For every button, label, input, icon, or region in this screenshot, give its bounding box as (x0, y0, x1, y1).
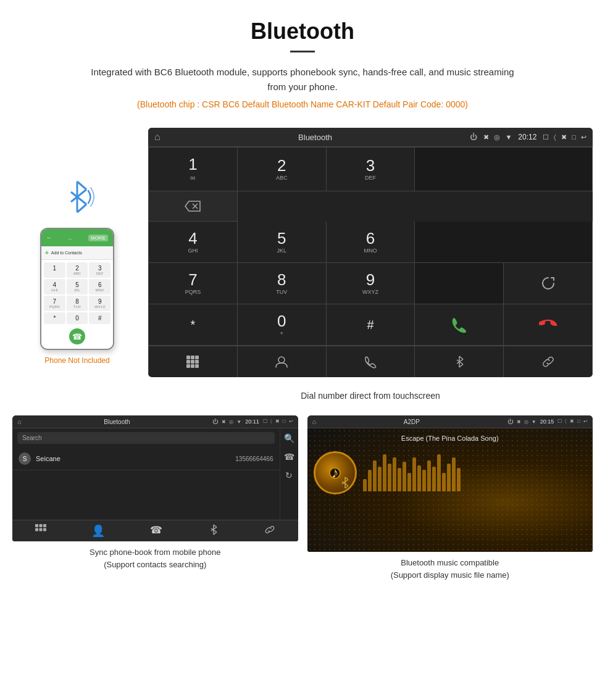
mu-close-icon[interactable]: ✖ (570, 419, 574, 425)
album-art: ♪ (314, 451, 357, 494)
add-contact-label: Add to Contacts (51, 251, 82, 255)
back-icon[interactable]: ↩ (581, 133, 586, 141)
phonebook-main: Search S Seicane 13566664466 (12, 428, 280, 520)
key-hash[interactable]: # (327, 304, 415, 346)
svg-rect-11 (191, 360, 194, 364)
close-icon[interactable]: ✖ (561, 133, 567, 141)
signal-icon: ▼ (505, 133, 512, 141)
key-7[interactable]: 7 PQRS (149, 263, 238, 304)
phone-key-6[interactable]: 6MNO (89, 279, 111, 294)
phone-key-5[interactable]: 5JKL (67, 279, 88, 294)
svg-rect-24 (43, 524, 46, 527)
music-note-icon: ♪ (332, 464, 339, 481)
mu-title: A2DP (320, 419, 504, 425)
pb-link-icon[interactable] (264, 524, 275, 538)
key-0[interactable]: 0 + (238, 304, 327, 346)
mu-home-icon[interactable]: ⌂ (312, 418, 317, 425)
key-1[interactable]: 1 ∞ (149, 148, 238, 191)
phonebook-search-bar[interactable]: Search (17, 432, 275, 444)
pb-back-icon[interactable]: ↩ (289, 419, 293, 425)
refresh-side-icon[interactable]: ↻ (285, 470, 293, 480)
link-bottom-icon[interactable] (504, 346, 593, 377)
visualizer-bar (373, 460, 377, 491)
phone-key-1[interactable]: 1 (44, 262, 65, 278)
delete-key[interactable] (149, 191, 238, 222)
key-empty-1 (415, 148, 593, 191)
phone-screen-title: ... (68, 235, 72, 241)
volume-icon[interactable]: 〈 (554, 133, 556, 141)
pb-home-icon[interactable]: ⌂ (17, 418, 22, 425)
phone-key-2[interactable]: 2ABC (67, 262, 88, 278)
dial-screen-title: Bluetooth (167, 133, 464, 142)
phone-key-7[interactable]: 7PQRS (44, 296, 65, 311)
svg-rect-27 (43, 528, 46, 531)
mu-win-icon[interactable]: □ (577, 419, 580, 425)
window-icon[interactable]: □ (572, 133, 576, 141)
phone-dialpad: 1 2ABC 3DEF 4GHI 5JKL 6MNO 7PQRS 8TUV 9W… (41, 260, 113, 349)
phone-key-4[interactable]: 4GHI (44, 279, 65, 294)
pb-close-icon[interactable]: ✖ (275, 419, 280, 425)
phone-key-8[interactable]: 8TUV (67, 296, 88, 311)
svg-rect-8 (191, 356, 194, 359)
phone-bottom-icon[interactable] (327, 346, 415, 377)
bluetooth-status-icon: ✖ (483, 133, 489, 141)
pb-title: Bluetooth (25, 419, 209, 425)
pb-phone-icon[interactable]: ☎ (150, 524, 162, 538)
main-content: ← ... MORE Add to Contacts 1 2ABC 3DEF 4… (0, 128, 605, 403)
svg-line-2 (71, 190, 86, 202)
phone-area: ← ... MORE Add to Contacts 1 2ABC 3DEF 4… (12, 128, 142, 403)
contact-row[interactable]: S Seicane 13566664466 (12, 448, 280, 470)
pb-person-icon[interactable]: 👤 (91, 524, 105, 538)
bluetooth-bottom-icon[interactable] (415, 346, 504, 377)
call-green-button[interactable] (415, 304, 504, 346)
music-header: ⌂ A2DP ⏻ ✖ ◎ ▼ 20:15 ☐ 〈 ✖ □ ↩ (307, 415, 593, 428)
visualizer-bar (432, 467, 436, 491)
visualizer-bar (383, 454, 386, 491)
page-title: Bluetooth (37, 19, 568, 44)
svg-rect-26 (39, 528, 42, 531)
key-5[interactable]: 5 JKL (238, 222, 327, 263)
visualizer-bar (442, 473, 446, 491)
phone-add-contact: Add to Contacts (41, 246, 113, 260)
pb-win-icon[interactable]: □ (283, 419, 286, 425)
key-2[interactable]: 2 ABC (238, 148, 327, 191)
dial-screen-area: ⌂ Bluetooth ⏻ ✖ ◎ ▼ 20:12 ☐ 〈 ✖ □ ↩ (148, 128, 593, 403)
pb-cam-icon[interactable]: ☐ (263, 419, 267, 425)
key-8[interactable]: 8 TUV (238, 263, 327, 304)
phone-key-star[interactable]: * (44, 312, 65, 324)
key-star[interactable]: * (149, 304, 238, 346)
refresh-key[interactable] (504, 263, 593, 304)
phone-call-button[interactable]: ☎ (69, 328, 85, 344)
phonebook-screen: ⌂ Bluetooth ⏻ ✖ ◎ ▼ 20:11 ☐ 〈 ✖ □ ↩ (12, 415, 298, 541)
visualizer-bar (388, 464, 391, 491)
phone-key-9[interactable]: 9WXYZ (89, 296, 111, 311)
phone-side-icon[interactable]: ☎ (284, 452, 294, 462)
keypad-grid: 1 ∞ 2 ABC 3 DEF (148, 147, 593, 346)
key-3[interactable]: 3 DEF (327, 148, 415, 191)
key-9[interactable]: 9 WXYZ (327, 263, 415, 304)
svg-line-19 (457, 359, 463, 364)
pb-grid-icon[interactable] (35, 524, 46, 538)
pb-loc-icon: ◎ (229, 419, 233, 425)
key-4[interactable]: 4 GHI (149, 222, 238, 263)
home-icon[interactable]: ⌂ (154, 131, 161, 143)
mu-cam-icon[interactable]: ☐ (557, 419, 562, 425)
svg-rect-22 (35, 524, 38, 527)
pb-sig-icon: ▼ (236, 419, 241, 425)
mu-back-icon[interactable]: ↩ (583, 419, 588, 425)
pb-bluetooth-icon[interactable] (208, 524, 219, 538)
phone-key-hash[interactable]: # (89, 312, 111, 324)
phone-key-3[interactable]: 3DEF (89, 262, 111, 278)
dialpad-bottom-icon[interactable] (149, 346, 238, 377)
call-red-button[interactable] (504, 304, 593, 346)
camera-icon[interactable]: ☐ (543, 133, 549, 141)
phone-key-0[interactable]: 0 (67, 312, 88, 324)
visualizer-bar (427, 460, 431, 491)
search-side-icon[interactable]: 🔍 (284, 433, 294, 443)
visualizer-bar (422, 470, 426, 491)
key-6[interactable]: 6 MNO (327, 222, 415, 263)
contacts-bottom-icon[interactable] (238, 346, 327, 377)
mu-vol-icon[interactable]: 〈 (565, 419, 567, 425)
phonebook-layout: Search S Seicane 13566664466 🔍 ☎ ↻ (12, 428, 298, 520)
pb-vol-icon[interactable]: 〈 (270, 419, 272, 425)
